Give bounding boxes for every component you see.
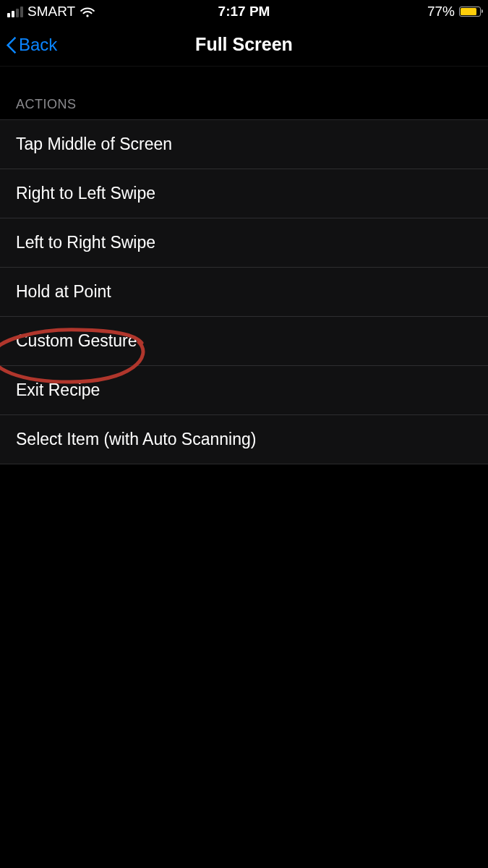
list-item-label: Hold at Point <box>16 282 111 301</box>
chevron-left-icon <box>4 34 17 56</box>
wifi-icon <box>80 6 95 17</box>
status-right: 77% <box>427 4 481 20</box>
list-item-label: Custom Gesture <box>16 331 137 350</box>
carrier-label: SMART <box>27 4 75 20</box>
list-item-label: Exit Recipe <box>16 380 100 399</box>
list-item-select-item-auto-scanning[interactable]: Select Item (with Auto Scanning) <box>0 415 488 464</box>
list-item-hold-at-point[interactable]: Hold at Point <box>0 268 488 317</box>
status-bar: SMART 7:17 PM 77% <box>0 0 488 23</box>
battery-percent-label: 77% <box>427 4 455 20</box>
list-item-label: Left to Right Swipe <box>16 233 155 252</box>
list-item-left-to-right-swipe[interactable]: Left to Right Swipe <box>0 218 488 268</box>
list-item-tap-middle[interactable]: Tap Middle of Screen <box>0 120 488 169</box>
actions-list: Tap Middle of Screen Right to Left Swipe… <box>0 119 488 464</box>
back-button[interactable]: Back <box>0 34 57 56</box>
list-item-custom-gesture[interactable]: Custom Gesture <box>0 317 488 366</box>
back-button-label: Back <box>19 35 57 55</box>
status-left: SMART <box>7 4 95 20</box>
list-item-label: Tap Middle of Screen <box>16 135 172 153</box>
list-item-label: Right to Left Swipe <box>16 184 155 203</box>
list-item-label: Select Item (with Auto Scanning) <box>16 430 256 448</box>
nav-bar: Back Full Screen <box>0 23 488 67</box>
list-item-right-to-left-swipe[interactable]: Right to Left Swipe <box>0 169 488 218</box>
section-header-actions: ACTIONS <box>0 97 488 119</box>
cellular-signal-icon <box>7 7 23 17</box>
list-item-exit-recipe[interactable]: Exit Recipe <box>0 366 488 415</box>
battery-icon <box>459 7 481 17</box>
status-time: 7:17 PM <box>218 4 270 20</box>
page-title: Full Screen <box>195 34 293 55</box>
